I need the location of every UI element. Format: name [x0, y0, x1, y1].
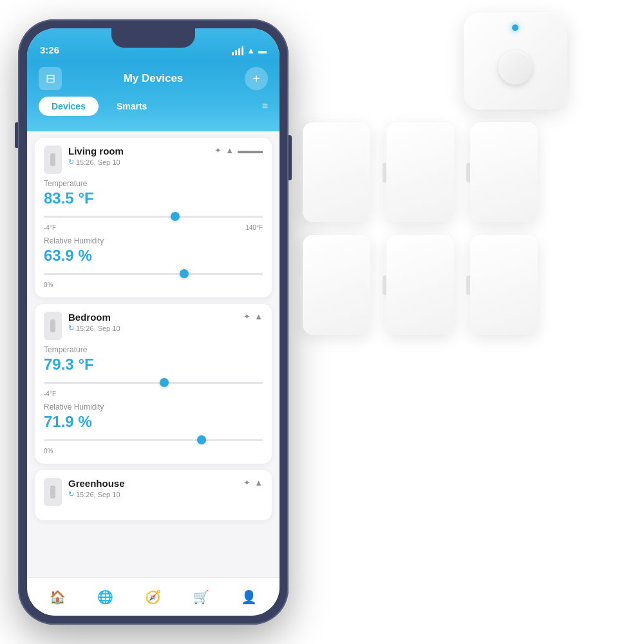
wifi-status-icon-2: ▲ [254, 312, 263, 321]
device-card-living-room: Living room ↻ 15:26, Sep 10 ✦ ▲ ▬▬▬ [35, 138, 272, 298]
temp-thumb-1[interactable] [171, 212, 180, 221]
card-header-greenhouse: Greenhouse ↻ 15:26, Sep 10 ✦ ▲ [44, 478, 263, 506]
add-icon: + [252, 71, 260, 86]
device-icon-living-room [44, 146, 62, 174]
tab-bar: Devices Smarts ≡ [27, 97, 279, 116]
device-card-bedroom: Bedroom ↻ 15:26, Sep 10 ✦ ▲ Temperature [35, 304, 272, 464]
header-row: ⊟ My Devices + [27, 67, 279, 90]
device-sync-living-room: ↻ 15:26, Sep 10 [68, 158, 214, 166]
hum-thumb-1[interactable] [180, 269, 189, 278]
sensor-device-5 [386, 235, 454, 335]
sensor-indent-4 [299, 276, 303, 295]
person-icon: 👤 [241, 589, 257, 605]
device-name-living-room: Living room [68, 146, 214, 156]
hum-track-1 [44, 273, 263, 275]
device-info-bedroom: Bedroom ↻ 15:26, Sep 10 [68, 312, 243, 332]
bluetooth-icon-2: ✦ [243, 312, 251, 321]
temp-thumb-2[interactable] [160, 378, 169, 387]
nav-explore[interactable]: 🌐 [97, 589, 113, 605]
device-icon-greenhouse [44, 478, 62, 506]
home-icon: 🏠 [50, 589, 66, 605]
menu-button[interactable]: ⊟ [39, 67, 62, 90]
card-header-living-room: Living room ↻ 15:26, Sep 10 ✦ ▲ ▬▬▬ [44, 146, 263, 174]
temp-labels-2: -4°F [44, 390, 263, 397]
temp-track-1 [44, 216, 263, 218]
phone-mockup: 3:26 ▲ ▬ ⊟ My [18, 19, 289, 625]
card-icons-bedroom: ✦ ▲ [243, 312, 263, 321]
bluetooth-icon-3: ✦ [243, 478, 251, 488]
signal-icon [232, 46, 243, 55]
tab-devices[interactable]: Devices [39, 97, 99, 116]
phone-screen: 3:26 ▲ ▬ ⊟ My [27, 28, 279, 616]
device-name-greenhouse: Greenhouse [68, 478, 243, 489]
sync-icon: ↻ [68, 158, 74, 166]
sensor-indent-3 [466, 163, 470, 182]
hum-labels-1: 0% [44, 281, 263, 289]
hum-label-2: Relative Humidity [44, 402, 263, 412]
hub-button [498, 51, 532, 84]
nav-shop[interactable]: 🛒 [193, 589, 209, 605]
hum-value-2: 71.9 % [44, 413, 263, 431]
hum-slider-1[interactable] [44, 267, 263, 280]
physical-devices-area [303, 13, 631, 631]
tab-smarts[interactable]: Smarts [104, 97, 160, 116]
phone-notch [111, 28, 195, 48]
device-info-greenhouse: Greenhouse ↻ 15:26, Sep 10 [68, 478, 243, 498]
card-icons-living-room: ✦ ▲ ▬▬▬ [214, 146, 263, 155]
temp-slider-1[interactable] [44, 210, 263, 223]
globe-icon: 🌐 [97, 589, 113, 605]
hum-value-1: 63.9 % [44, 247, 263, 265]
battery-icon: ▬ [258, 46, 267, 55]
temp-label-2: Temperature [44, 345, 263, 354]
app-header: ⊟ My Devices + Devices Smarts ≡ [27, 61, 279, 131]
cart-icon: 🛒 [193, 589, 209, 605]
sensor-device-6 [470, 235, 538, 335]
add-device-button[interactable]: + [245, 67, 268, 90]
hub-device [464, 13, 567, 109]
bottom-nav: 🏠 🌐 🧭 🛒 👤 [27, 577, 279, 616]
sensor-device-1 [303, 122, 370, 222]
battery-status-icon: ▬▬▬ [238, 146, 263, 155]
hum-thumb-2[interactable] [197, 435, 206, 444]
sync-icon-3: ↻ [68, 490, 74, 498]
nav-profile[interactable]: 👤 [241, 589, 257, 605]
nav-compass[interactable]: 🧭 [145, 589, 161, 605]
sensor-indent-5 [383, 276, 386, 295]
device-sync-bedroom: ↻ 15:26, Sep 10 [68, 324, 243, 332]
menu-icon: ⊟ [46, 71, 55, 86]
temp-slider-2[interactable] [44, 376, 263, 389]
wifi-status-icon-3: ▲ [254, 478, 263, 488]
wifi-status-icon: ▲ [225, 146, 234, 155]
temp-labels-1: -4°F 140°F [44, 224, 263, 231]
hum-track-2 [44, 439, 263, 441]
hum-slider-2[interactable] [44, 433, 263, 446]
sensor-indent-1 [299, 163, 303, 182]
temp-value-2: 79.3 °F [44, 355, 263, 374]
sensor-device-4 [303, 235, 370, 335]
device-icon-bedroom [44, 312, 62, 340]
sync-icon-2: ↻ [68, 324, 74, 332]
sensor-device-2 [386, 122, 454, 222]
device-card-greenhouse: Greenhouse ↻ 15:26, Sep 10 ✦ ▲ [35, 470, 272, 520]
hum-label-1: Relative Humidity [44, 236, 263, 245]
sensor-indent-6 [466, 276, 470, 295]
temp-value-1: 83.5 °F [44, 189, 263, 207]
hub-led [512, 24, 518, 31]
tab-menu-icon[interactable]: ≡ [262, 101, 268, 111]
wifi-icon: ▲ [247, 46, 255, 55]
card-icons-greenhouse: ✦ ▲ [243, 478, 263, 488]
header-title: My Devices [62, 72, 245, 85]
phone-shell: 3:26 ▲ ▬ ⊟ My [18, 19, 289, 625]
status-time: 3:26 [40, 44, 59, 55]
sensor-indent-2 [383, 163, 386, 182]
bluetooth-icon: ✦ [214, 146, 222, 155]
device-info-living-room: Living room ↻ 15:26, Sep 10 [68, 146, 214, 166]
card-header-bedroom: Bedroom ↻ 15:26, Sep 10 ✦ ▲ [44, 312, 263, 340]
nav-home[interactable]: 🏠 [50, 589, 66, 605]
sensor-device-3 [470, 122, 538, 222]
temp-track-2 [44, 382, 263, 384]
status-icons: ▲ ▬ [232, 46, 267, 55]
device-sync-greenhouse: ↻ 15:26, Sep 10 [68, 490, 243, 498]
device-name-bedroom: Bedroom [68, 312, 243, 323]
temp-label-1: Temperature [44, 179, 263, 188]
